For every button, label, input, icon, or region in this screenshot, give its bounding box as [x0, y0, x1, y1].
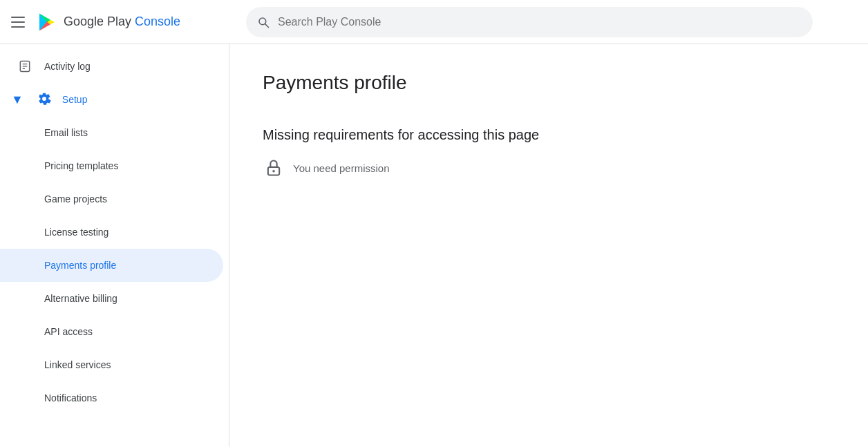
logo-area: Google Play Console [36, 11, 180, 33]
svg-line-1 [265, 23, 269, 27]
search-icon [257, 16, 270, 28]
permission-text: You need permission [293, 162, 390, 174]
sidebar-item-license-testing[interactable]: License testing [0, 216, 223, 249]
sidebar-item-linked-services[interactable]: Linked services [0, 348, 223, 381]
gear-icon [37, 92, 51, 108]
header: Google Play Console [0, 0, 868, 44]
sidebar-item-payments-profile-label: Payments profile [44, 260, 116, 271]
document-icon [17, 58, 33, 75]
sidebar-item-alternative-billing-label: Alternative billing [44, 293, 117, 304]
google-play-logo-icon [36, 11, 58, 33]
sidebar-item-activity-log-label: Activity log [44, 61, 91, 72]
sidebar-item-license-testing-label: License testing [44, 227, 108, 238]
search-input[interactable] [278, 16, 802, 28]
sidebar-item-pricing-templates-label: Pricing templates [44, 160, 118, 171]
sidebar-setup-label: Setup [62, 94, 88, 105]
sidebar-item-pricing-templates[interactable]: Pricing templates [0, 149, 223, 182]
sidebar-item-email-lists-label: Email lists [44, 127, 88, 138]
sidebar-setup-header[interactable]: ▼ Setup [0, 83, 229, 116]
sidebar-item-payments-profile[interactable]: Payments profile [0, 249, 223, 282]
sidebar-item-api-access[interactable]: API access [0, 315, 223, 348]
main-layout: Activity log ▼ Setup Email lists Pricing… [0, 44, 868, 447]
missing-requirements-section: Missing requirements for accessing this … [263, 127, 835, 179]
main-content: Payments profile Missing requirements fo… [229, 44, 868, 447]
sidebar-item-notifications[interactable]: Notifications [0, 381, 223, 415]
sidebar-item-api-access-label: API access [44, 326, 93, 337]
sidebar: Activity log ▼ Setup Email lists Pricing… [0, 44, 229, 447]
chevron-down-icon: ▼ [11, 93, 23, 107]
permission-row: You need permission [263, 157, 835, 179]
missing-requirements-title: Missing requirements for accessing this … [263, 127, 835, 143]
sidebar-item-email-lists[interactable]: Email lists [0, 116, 223, 149]
sidebar-item-linked-services-label: Linked services [44, 359, 111, 370]
hamburger-menu-icon[interactable] [11, 14, 28, 30]
sidebar-item-alternative-billing[interactable]: Alternative billing [0, 282, 223, 315]
logo-text: Google Play Console [64, 15, 180, 29]
svg-point-7 [272, 170, 275, 173]
page-title: Payments profile [263, 72, 835, 94]
lock-icon [263, 157, 285, 179]
sidebar-item-game-projects[interactable]: Game projects [0, 182, 223, 216]
sidebar-item-notifications-label: Notifications [44, 392, 97, 403]
header-left: Google Play Console [11, 11, 246, 33]
sidebar-item-activity-log[interactable]: Activity log [0, 50, 223, 83]
search-bar[interactable] [246, 7, 813, 37]
sidebar-item-game-projects-label: Game projects [44, 193, 107, 205]
